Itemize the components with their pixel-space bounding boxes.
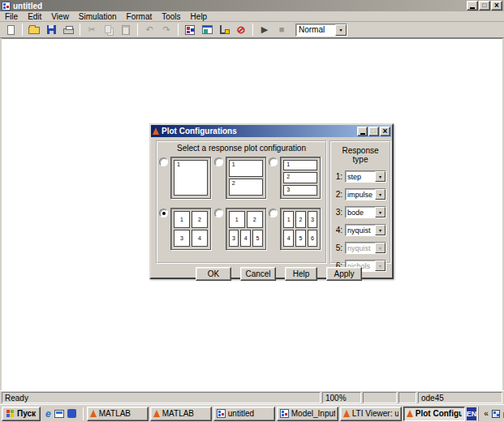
cancel-button[interactable]: Cancel — [240, 267, 276, 281]
library-browser-button[interactable] — [182, 23, 198, 37]
response-select-3[interactable]: bode ▾ — [345, 206, 386, 218]
radio-layout-1[interactable] — [159, 157, 168, 166]
menu-tools[interactable]: Tools — [157, 11, 185, 22]
plot-pane: 3 — [229, 230, 239, 247]
start-button[interactable]: Пуск — [2, 407, 41, 421]
model-browser-icon — [202, 25, 213, 34]
menu-edit[interactable]: Edit — [23, 11, 46, 22]
plot-configuration-group: Select a response plot configuration 1 1… — [156, 140, 327, 264]
taskbar-window-untitled[interactable]: untitled — [213, 407, 275, 421]
menu-help[interactable]: Help — [186, 11, 213, 22]
paste-button[interactable] — [118, 23, 134, 37]
taskbar-window-matlab-2[interactable]: MATLAB — [150, 407, 212, 421]
group-caption: Select a response plot configuration — [157, 142, 325, 153]
menu-file[interactable]: File — [0, 11, 23, 22]
play-icon: ▶ — [261, 25, 268, 34]
plot-pane: 5 — [295, 230, 306, 247]
system-tray: « 15:47 — [478, 407, 504, 421]
stop-simulation-button[interactable]: ■ — [274, 23, 290, 37]
response-value: nyquist — [346, 244, 375, 252]
save-model-button[interactable] — [43, 23, 59, 37]
response-select-4[interactable]: nyquist ▾ — [345, 224, 386, 236]
model-browser-button[interactable] — [199, 23, 215, 37]
quick-launch: e — [42, 409, 80, 419]
menu-view[interactable]: View — [46, 11, 74, 22]
copy-button[interactable] — [101, 23, 117, 37]
layout-option-6[interactable]: 123 456 — [269, 208, 324, 250]
start-simulation-button[interactable]: ▶ — [256, 23, 273, 37]
response-select-1[interactable]: step ▾ — [345, 170, 386, 183]
taskbar-window-plot-configurations[interactable]: Plot Configurat... — [403, 407, 465, 421]
apply-button[interactable]: Apply — [326, 267, 362, 281]
dropdown-arrow-icon[interactable]: ▾ — [375, 189, 386, 200]
media-player-icon[interactable] — [67, 409, 76, 418]
radio-dot — [217, 161, 220, 164]
plot-pane: 4 — [192, 230, 208, 247]
printer-icon — [63, 28, 74, 34]
response-index: 5: — [334, 243, 342, 252]
undo-button[interactable]: ↶ — [141, 23, 157, 37]
radio-layout-2[interactable] — [214, 157, 223, 166]
help-button[interactable]: Help — [285, 267, 317, 281]
taskbar-window-lti-viewer[interactable]: LTI Viewer: untitled — [340, 407, 402, 421]
taskbar: Пуск e MATLAB MATLAB untitled Model_Inpu… — [0, 404, 504, 422]
layout-grid: 1 1 2 1 2 — [157, 153, 325, 250]
plot-pane: 6 — [308, 230, 318, 247]
plot-pane: 2 — [192, 211, 208, 228]
dialog-maximize-button: □ — [368, 127, 379, 136]
taskbar-window-model-inputs[interactable]: Model_Inputs_an... — [277, 407, 338, 421]
dialog-minimize-button[interactable] — [357, 127, 368, 136]
radio-layout-3[interactable] — [269, 157, 278, 166]
screen: untitled □ × File Edit View Simulation F… — [0, 0, 504, 422]
debug-button[interactable]: ⊘ — [233, 23, 249, 37]
response-row-4: 4: nyquist ▾ — [334, 224, 386, 236]
radio-layout-4[interactable] — [159, 209, 168, 217]
minimize-button[interactable] — [467, 1, 478, 11]
language-indicator[interactable]: EN — [467, 407, 477, 420]
toolbar-separator — [252, 24, 253, 36]
simulation-mode-select[interactable]: Normal ▾ — [295, 24, 347, 37]
radio-layout-6[interactable] — [269, 209, 278, 217]
tray-app-icon[interactable] — [492, 410, 500, 418]
internet-explorer-icon[interactable]: e — [45, 409, 51, 419]
layout-preview-1: 1 — [170, 157, 211, 199]
taskbar-window-matlab-1[interactable]: MATLAB — [87, 407, 149, 421]
layout-option-3[interactable]: 1 2 3 — [269, 157, 324, 199]
debug-circle-icon: ⊘ — [237, 25, 246, 35]
layout-option-2[interactable]: 1 2 — [214, 157, 269, 199]
close-button[interactable]: × — [491, 1, 502, 11]
dialog-close-button[interactable]: × — [380, 127, 390, 136]
print-button[interactable] — [60, 23, 76, 37]
layout-option-5[interactable]: 12 345 — [214, 208, 269, 250]
dropdown-arrow-icon[interactable]: ▾ — [335, 24, 347, 36]
restore-button[interactable]: □ — [479, 1, 490, 11]
layout-option-1[interactable]: 1 — [159, 157, 214, 199]
cut-button[interactable]: ✂ — [84, 23, 100, 37]
signal-selector-button[interactable] — [216, 23, 232, 37]
matlab-icon — [153, 127, 159, 135]
plot-pane: 2 — [247, 211, 263, 228]
show-desktop-icon[interactable] — [54, 410, 64, 418]
menu-format[interactable]: Format — [122, 11, 157, 22]
open-model-button[interactable] — [26, 23, 42, 37]
plot-pane: 1 — [174, 160, 208, 196]
dropdown-arrow-icon: ▾ — [375, 243, 386, 253]
dropdown-arrow-icon[interactable]: ▾ — [375, 207, 386, 217]
redo-button[interactable]: ↷ — [158, 23, 174, 37]
layout-preview-6: 123 456 — [280, 208, 321, 250]
new-file-icon — [7, 25, 15, 35]
new-model-button[interactable] — [2, 23, 19, 37]
menu-simulation[interactable]: Simulation — [74, 11, 122, 22]
response-select-2[interactable]: impulse ▾ — [345, 188, 386, 200]
dropdown-arrow-icon[interactable]: ▾ — [375, 171, 386, 182]
plot-pane: 1 — [283, 211, 294, 228]
layout-option-4[interactable]: 12 34 — [159, 208, 214, 250]
toolbar-separator — [137, 24, 138, 36]
radio-layout-5[interactable] — [214, 209, 223, 217]
response-row-3: 3: bode ▾ — [334, 206, 386, 218]
plot-configurations-dialog: Plot Configurations □ × Select a respons… — [149, 123, 394, 279]
ok-button[interactable]: OK — [196, 267, 231, 281]
dropdown-arrow-icon[interactable]: ▾ — [375, 225, 386, 235]
save-floppy-icon — [47, 25, 56, 34]
tray-expand-icon[interactable]: « — [484, 409, 489, 418]
